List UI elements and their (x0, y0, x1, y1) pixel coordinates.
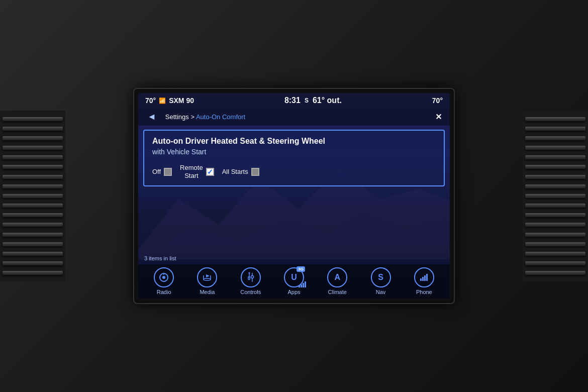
checkbox-off[interactable] (164, 168, 172, 176)
svg-point-1 (162, 276, 165, 279)
signal-label: SXM 90 (169, 96, 194, 105)
radio-icon (159, 272, 169, 282)
option-off-label: Off (152, 168, 161, 175)
svg-point-9 (251, 276, 253, 278)
back-button[interactable]: ◄ (143, 111, 160, 123)
close-button[interactable]: ✕ (432, 111, 445, 123)
apps-icon-circle: U 3G (284, 267, 304, 287)
time-display: 8:31 (284, 96, 301, 105)
climate-label: Climate (328, 289, 347, 295)
apps-badge: 3G (297, 266, 305, 272)
nav-item-media[interactable]: Media (192, 267, 222, 295)
phone-label: Phone (416, 289, 432, 295)
controls-icon (245, 272, 256, 283)
svg-point-3 (204, 278, 211, 280)
vent-right (523, 111, 588, 281)
checkbox-remote-start[interactable] (206, 168, 214, 176)
nav-item-apps[interactable]: U 3G Apps (279, 267, 309, 295)
screen: 70° 📶 SXM 90 8:31 S 61° out. 70° ◄ Setti… (138, 93, 450, 299)
option-remote-start-label: RemoteStart (180, 164, 203, 179)
setting-box: Auto-on Driver Heated Seat & Steering Wh… (143, 130, 445, 186)
controls-label: Controls (240, 289, 261, 295)
svg-point-6 (248, 272, 250, 274)
breadcrumb-separator: > (190, 113, 196, 121)
vent-left (0, 111, 65, 281)
setting-title: Auto-on Driver Heated Seat & Steering Wh… (152, 137, 436, 146)
direction-badge: S (305, 97, 309, 104)
breadcrumb-active: Auto-On Comfort (196, 113, 245, 121)
checkbox-all-starts[interactable] (251, 168, 259, 176)
temp-right: 70° (432, 96, 443, 105)
apps-label: Apps (287, 289, 300, 295)
climate-icon-circle: A (327, 267, 347, 287)
signal-icon: 📶 (159, 97, 166, 104)
status-center: 8:31 S 61° out. (284, 96, 342, 105)
breadcrumb-settings[interactable]: Settings (165, 113, 189, 121)
phone-signal-icon (420, 274, 428, 281)
phone-icon-circle (414, 267, 434, 287)
setting-subtitle: with Vehicle Start (152, 148, 436, 156)
apps-icon-letter: U (291, 273, 297, 282)
option-all-starts[interactable]: All Starts (222, 168, 259, 176)
status-right: 70° (432, 96, 443, 105)
media-label: Media (200, 289, 215, 295)
status-bar: 70° 📶 SXM 90 8:31 S 61° out. 70° (138, 93, 450, 108)
controls-icon-circle (241, 267, 261, 287)
nav-icon-circle: S (371, 267, 391, 287)
screen-bezel: 70° 📶 SXM 90 8:31 S 61° out. 70° ◄ Setti… (133, 88, 455, 304)
radio-label: Radio (157, 289, 171, 295)
main-content: Auto-on Driver Heated Seat & Steering Wh… (138, 126, 450, 264)
items-label: 3 items in list (144, 255, 176, 261)
signal-bars-icon (299, 281, 306, 287)
media-icon-circle (197, 267, 217, 287)
media-icon (202, 272, 212, 282)
options-row: Off RemoteStart All Starts (152, 164, 436, 179)
temp-left: 70° (145, 96, 156, 105)
nav-item-controls[interactable]: Controls (236, 267, 266, 295)
option-remote-start[interactable]: RemoteStart (180, 164, 214, 179)
nav-bar: ◄ Settings > Auto-On Comfort ✕ (138, 108, 450, 126)
option-all-starts-label: All Starts (222, 168, 248, 175)
radio-icon-circle (154, 267, 174, 287)
nav-item-nav[interactable]: S Nav (366, 267, 396, 295)
outside-temp: 61° out. (313, 96, 342, 105)
nav-icon-letter: S (378, 273, 383, 282)
nav-item-climate[interactable]: A Climate (322, 267, 352, 295)
climate-icon-letter: A (334, 273, 340, 282)
nav-item-phone[interactable]: Phone (409, 267, 439, 295)
nav-label-text: Nav (376, 289, 386, 295)
car-surround: 70° 📶 SXM 90 8:31 S 61° out. 70° ◄ Setti… (0, 0, 588, 392)
status-left: 70° 📶 SXM 90 (145, 96, 194, 105)
breadcrumb: Settings > Auto-On Comfort (165, 113, 245, 121)
bottom-bar: 3 items in list Radio (138, 264, 450, 299)
option-off[interactable]: Off (152, 168, 172, 176)
nav-item-radio[interactable]: Radio (149, 267, 179, 295)
